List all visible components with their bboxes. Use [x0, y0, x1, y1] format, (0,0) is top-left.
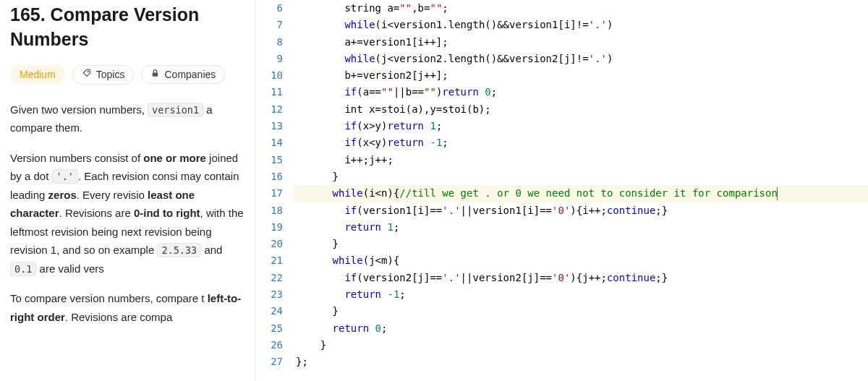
- code-line[interactable]: while(i<version1.length()&&version1[i]!=…: [296, 17, 868, 33]
- topics-pill[interactable]: Topics: [72, 65, 135, 85]
- code-line[interactable]: if(x<y)return -1;: [296, 134, 868, 151]
- code-area[interactable]: string a="",b=""; while(i<version1.lengt…: [296, 0, 868, 381]
- line-number: 12: [255, 101, 283, 118]
- text-cursor: [777, 187, 778, 200]
- code-editor[interactable]: 6789101112131415161718192021222324252627…: [255, 0, 868, 381]
- line-number: 6: [255, 0, 283, 17]
- companies-label: Companies: [164, 69, 216, 80]
- line-number: 20: [255, 236, 283, 252]
- code-line[interactable]: string a="",b="";: [296, 0, 868, 17]
- desc-p3: To compare version numbers, compare t le…: [10, 289, 244, 326]
- svg-rect-1: [153, 72, 158, 76]
- line-number: 24: [255, 303, 283, 320]
- code-line[interactable]: }: [296, 303, 868, 320]
- line-number: 8: [255, 34, 283, 51]
- companies-pill[interactable]: Companies: [141, 65, 225, 84]
- difficulty-pill: Medium: [10, 65, 65, 84]
- code-line[interactable]: return 1;: [296, 219, 868, 236]
- code-line[interactable]: if(version2[j]=='.'||version2[j]=='0'){j…: [296, 270, 868, 286]
- code-line[interactable]: a+=version1[i++];: [296, 34, 868, 51]
- code-inline: version1: [148, 103, 203, 117]
- desc-p1: Given two version numbers, version1 acom…: [10, 100, 244, 137]
- code-line[interactable]: return 0;: [296, 320, 868, 337]
- code-line[interactable]: int x=stoi(a),y=stoi(b);: [296, 101, 868, 118]
- line-number: 10: [255, 67, 283, 84]
- line-number: 7: [255, 17, 283, 33]
- line-number: 26: [255, 337, 283, 354]
- problem-description: Given two version numbers, version1 acom…: [10, 100, 244, 327]
- tags-row: Medium Topics Companies: [10, 65, 244, 85]
- code-line[interactable]: if(x>y)return 1;: [296, 118, 868, 134]
- code-inline: 0.1: [10, 262, 36, 276]
- line-gutter: 6789101112131415161718192021222324252627: [255, 0, 296, 381]
- line-number: 23: [255, 286, 283, 303]
- line-number: 11: [255, 84, 283, 100]
- line-number: 25: [255, 320, 283, 337]
- code-line[interactable]: while(j<version2.length()&&version2[j]!=…: [296, 51, 868, 67]
- line-number: 19: [255, 219, 283, 236]
- problem-title: 165. Compare Version Numbers: [10, 0, 244, 52]
- code-line[interactable]: }: [296, 168, 868, 185]
- code-inline: 2.5.33: [157, 243, 201, 257]
- lock-icon: [150, 69, 160, 80]
- line-number: 22: [255, 270, 283, 286]
- line-number: 15: [255, 152, 283, 168]
- code-line[interactable]: };: [296, 354, 868, 370]
- code-inline: '.': [52, 169, 78, 184]
- svg-point-0: [88, 71, 88, 72]
- code-line[interactable]: }: [296, 337, 868, 354]
- code-line[interactable]: return -1;: [296, 286, 868, 303]
- code-line[interactable]: while(j<m){: [296, 252, 868, 269]
- code-line[interactable]: }: [296, 236, 868, 252]
- line-number: 14: [255, 134, 283, 151]
- tag-icon: [82, 69, 92, 81]
- line-number: 27: [255, 354, 283, 370]
- code-line[interactable]: if(a==""||b=="")return 0;: [296, 84, 868, 100]
- line-number: 17: [255, 185, 283, 202]
- code-line[interactable]: i++;j++;: [296, 152, 868, 168]
- line-number: 13: [255, 118, 283, 134]
- line-number: 21: [255, 252, 283, 269]
- line-number: 9: [255, 51, 283, 67]
- code-line[interactable]: b+=version2[j++];: [296, 67, 868, 84]
- line-number: 18: [255, 202, 283, 219]
- line-number: 16: [255, 168, 283, 185]
- code-line[interactable]: if(version1[i]=='.'||version1[i]=='0'){i…: [296, 202, 868, 219]
- problem-panel: 165. Compare Version Numbers Medium Topi…: [0, 0, 255, 381]
- topics-label: Topics: [96, 69, 125, 80]
- code-line[interactable]: while(i<n){//till we get . or 0 we need …: [293, 185, 868, 202]
- desc-p2: Version numbers consist of one or more j…: [10, 149, 244, 278]
